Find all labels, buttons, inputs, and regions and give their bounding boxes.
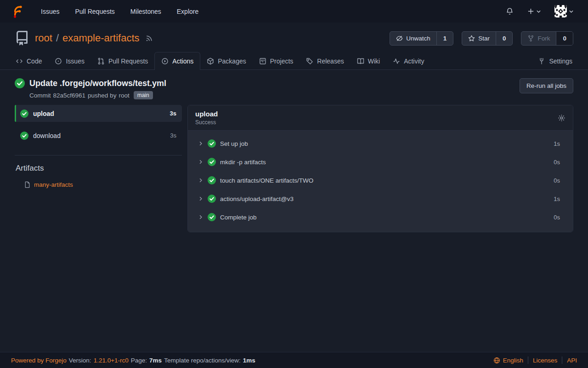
issue-opened-icon — [55, 58, 62, 65]
artifact-download-link[interactable]: many-artifacts — [34, 181, 73, 188]
stars-count[interactable]: 0 — [496, 32, 513, 45]
step-duration: 0s — [554, 159, 560, 166]
fork-button: Fork 0 — [521, 31, 573, 46]
forgejo-logo[interactable] — [10, 5, 24, 18]
panel-job-name: upload — [195, 110, 218, 118]
tab-label: Packages — [218, 58, 246, 65]
navbar: Issues Pull Requests Milestones Explore — [0, 0, 588, 23]
job-success-icon — [20, 132, 28, 140]
licenses-link[interactable]: Licenses — [533, 357, 557, 364]
page-time-label: Page: — [131, 357, 147, 364]
template-time-label: Template repo/actions/view: — [164, 357, 241, 364]
tab-releases[interactable]: Releases — [300, 52, 350, 70]
forgejo-link-text: Forgejo — [45, 357, 67, 364]
project-icon — [259, 58, 266, 65]
step-success-icon — [208, 213, 216, 221]
step-name: Set up job — [220, 140, 549, 147]
step-row-upload-artifact[interactable]: actions/upload-artifact@v3 1s — [188, 190, 573, 208]
log-settings-button[interactable] — [558, 114, 565, 122]
tab-pull-requests[interactable]: Pull Requests — [91, 52, 154, 70]
job-name: upload — [33, 110, 165, 117]
branch-badge[interactable]: main — [134, 91, 153, 99]
nav-link-pull-requests[interactable]: Pull Requests — [67, 1, 122, 22]
jobs-sidebar: upload 3s download 3s Artifacts many-art… — [15, 105, 182, 188]
tab-wiki[interactable]: Wiki — [351, 52, 386, 70]
tab-label: Actions — [172, 58, 193, 65]
powered-by-text: Powered by — [11, 357, 44, 364]
tab-code[interactable]: Code — [9, 52, 48, 70]
step-success-icon — [208, 158, 216, 166]
job-detail-panel: upload Success Set up job 1s — [187, 105, 573, 232]
tab-projects[interactable]: Projects — [253, 52, 300, 70]
panel-job-status: Success — [195, 119, 218, 126]
step-duration: 1s — [554, 196, 560, 202]
tab-activity[interactable]: Activity — [386, 52, 430, 70]
repo-name-link[interactable]: example-artifacts — [62, 32, 140, 44]
author-link[interactable]: root — [119, 92, 129, 99]
step-row-touch[interactable]: touch artifacts/ONE artifacts/TWO 0s — [188, 171, 573, 190]
tab-label: Projects — [270, 58, 294, 65]
commit-sha-link[interactable]: 82a5cf6961 — [53, 92, 86, 99]
tools-icon — [538, 58, 545, 65]
play-icon — [161, 58, 169, 65]
star-button[interactable]: Star 0 — [462, 31, 513, 46]
api-link[interactable]: API — [567, 357, 577, 364]
template-time-value: 1ms — [243, 357, 255, 364]
create-new-dropdown[interactable] — [523, 4, 545, 18]
unwatch-button[interactable]: Unwatch 1 — [390, 31, 453, 46]
plus-icon — [527, 8, 534, 15]
tab-packages[interactable]: Packages — [200, 52, 252, 70]
repo-icon — [15, 31, 29, 46]
tab-actions[interactable]: Actions — [154, 52, 200, 70]
version-link[interactable]: 1.21.0+1-rc0 — [94, 357, 129, 364]
job-duration: 3s — [170, 132, 176, 139]
tab-label: Pull Requests — [108, 58, 148, 65]
notifications-button[interactable] — [501, 4, 518, 19]
job-duration: 3s — [170, 110, 176, 117]
language-label: English — [503, 357, 523, 364]
language-selector[interactable]: English — [493, 357, 523, 364]
fork-label: Fork — [537, 35, 550, 42]
identicon — [554, 5, 567, 17]
tab-issues[interactable]: Issues — [48, 52, 90, 70]
forgejo-logo-icon — [10, 5, 24, 18]
chevron-right-icon — [198, 214, 204, 220]
step-row-setup-job[interactable]: Set up job 1s — [188, 134, 573, 153]
rerun-all-jobs-button[interactable]: Re-run all jobs — [520, 78, 573, 93]
package-icon — [207, 58, 214, 65]
watchers-count[interactable]: 1 — [436, 32, 453, 45]
repo-owner-link[interactable]: root — [35, 32, 52, 44]
repo-breadcrumb: root / example-artifacts — [35, 32, 140, 44]
file-icon — [24, 181, 31, 188]
rss-button[interactable] — [145, 34, 153, 42]
pushed-by-label: pushed by — [88, 92, 116, 99]
step-success-icon — [208, 139, 216, 148]
chevron-right-icon — [198, 196, 204, 201]
nav-link-explore[interactable]: Explore — [169, 1, 206, 22]
fork-icon — [527, 35, 534, 42]
step-row-mkdir[interactable]: mkdir -p artifacts 0s — [188, 153, 573, 171]
nav-link-milestones[interactable]: Milestones — [123, 1, 169, 22]
step-duration: 1s — [554, 140, 560, 147]
pulse-icon — [393, 58, 400, 65]
forks-count[interactable]: 0 — [556, 32, 573, 45]
powered-by-link[interactable]: Powered by Forgejo — [11, 357, 67, 364]
git-pull-request-icon — [97, 58, 105, 65]
tab-label: Code — [27, 58, 42, 65]
nav-link-issues[interactable]: Issues — [33, 1, 67, 22]
step-success-icon — [208, 176, 216, 184]
job-item-upload[interactable]: upload 3s — [15, 105, 182, 122]
user-menu-dropdown[interactable] — [550, 1, 578, 21]
step-name: actions/upload-artifact@v3 — [220, 196, 549, 202]
chevron-right-icon — [198, 159, 204, 165]
chevron-down-icon — [537, 10, 541, 13]
artifact-item: many-artifacts — [15, 181, 182, 188]
repo-tabs: Code Issues Pull Requests Actions Packag… — [0, 52, 588, 69]
job-item-download[interactable]: download 3s — [15, 127, 182, 144]
tab-settings[interactable]: Settings — [531, 52, 579, 70]
tab-label: Activity — [404, 58, 424, 65]
version-label: Version: — [69, 357, 91, 364]
tab-label: Issues — [66, 58, 84, 65]
status-success-icon — [15, 78, 25, 88]
step-row-complete-job[interactable]: Complete job 0s — [188, 208, 573, 226]
